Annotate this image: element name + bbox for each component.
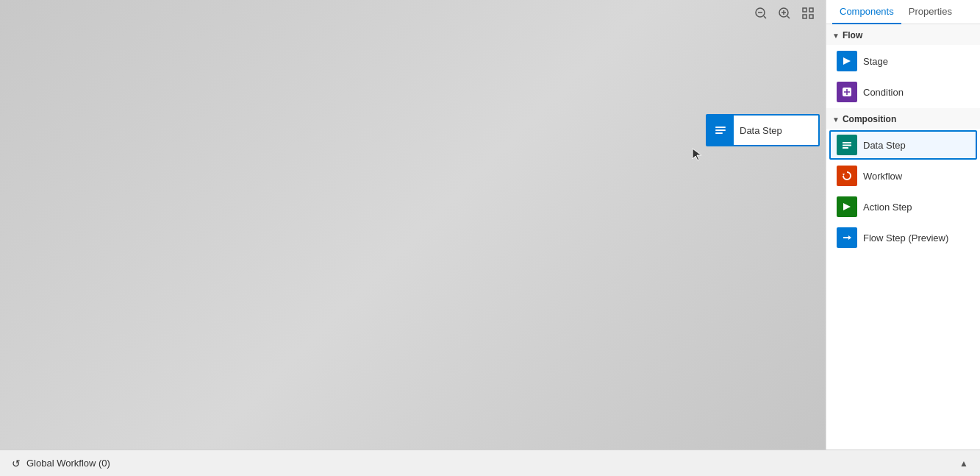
section-composition-header: ▼ Composition	[826, 108, 980, 129]
component-item-condition[interactable]: Condition	[829, 77, 977, 107]
stage-label: Stage	[863, 56, 888, 67]
svg-rect-7	[803, 8, 806, 12]
svg-marker-24	[848, 235, 851, 240]
svg-rect-11	[715, 127, 726, 128]
svg-line-2	[764, 16, 766, 18]
cursor	[691, 147, 703, 159]
canvas-area: Data Step	[0, 0, 826, 476]
svg-rect-12	[715, 129, 726, 131]
action-step-label: Action Step	[863, 202, 912, 213]
svg-rect-9	[803, 15, 806, 18]
fit-screen-button[interactable]	[798, 3, 818, 24]
component-item-workflow[interactable]: Workflow	[829, 161, 977, 191]
condition-icon	[837, 82, 857, 102]
flow-section-arrow: ▼	[832, 32, 840, 40]
svg-rect-10	[809, 15, 813, 18]
data-step-label: Data Step	[863, 140, 906, 151]
status-bar-content: ↺ Global Workflow (0)	[12, 458, 110, 469]
svg-marker-21	[843, 174, 845, 176]
workflow-label: Workflow	[863, 171, 902, 182]
status-bar-label: Global Workflow (0)	[26, 458, 110, 469]
component-item-stage[interactable]: Stage	[829, 46, 977, 76]
flow-step-label: Flow Step (Preview)	[863, 232, 948, 244]
svg-marker-22	[843, 203, 851, 210]
section-flow-label: Flow	[843, 30, 862, 40]
tab-properties[interactable]: Properties	[901, 0, 959, 24]
zoom-out-button[interactable]	[751, 3, 771, 24]
svg-rect-18	[843, 142, 851, 143]
action-step-icon	[837, 196, 857, 217]
component-item-flow-step[interactable]: Flow Step (Preview)	[829, 223, 977, 252]
workflow-icon	[837, 166, 857, 186]
stage-icon	[837, 51, 857, 71]
toolbar-icons	[751, 3, 818, 24]
section-flow-header: ▼ Flow	[826, 24, 980, 45]
component-item-action-step[interactable]: Action Step	[829, 192, 977, 221]
flow-step-icon	[837, 227, 857, 248]
tab-components[interactable]: Components	[832, 0, 901, 24]
canvas-node-icon	[707, 116, 734, 145]
svg-rect-13	[715, 132, 723, 134]
panel-content: ▼ Flow Stage Condition ▼	[826, 24, 980, 476]
svg-marker-14	[843, 57, 851, 65]
zoom-in-button[interactable]	[774, 3, 795, 24]
panel-tabs: Components Properties	[826, 0, 980, 24]
section-composition-label: Composition	[843, 114, 896, 124]
svg-rect-8	[809, 8, 813, 12]
svg-line-6	[787, 16, 790, 18]
composition-section-arrow: ▼	[832, 116, 840, 124]
canvas-data-step-node[interactable]: Data Step	[706, 114, 820, 146]
status-bar: ↺ Global Workflow (0) ▲	[0, 450, 980, 476]
data-step-icon	[837, 135, 857, 155]
component-item-data-step[interactable]: Data Step	[829, 130, 977, 160]
svg-rect-19	[843, 145, 851, 146]
condition-label: Condition	[863, 87, 904, 98]
status-bar-icon: ↺	[12, 458, 21, 469]
canvas-node-label: Data Step	[734, 125, 788, 136]
right-panel: Components Properties ▼ Flow Stage	[826, 0, 980, 476]
svg-rect-20	[843, 147, 848, 149]
status-bar-collapse-button[interactable]: ▲	[959, 458, 968, 469]
